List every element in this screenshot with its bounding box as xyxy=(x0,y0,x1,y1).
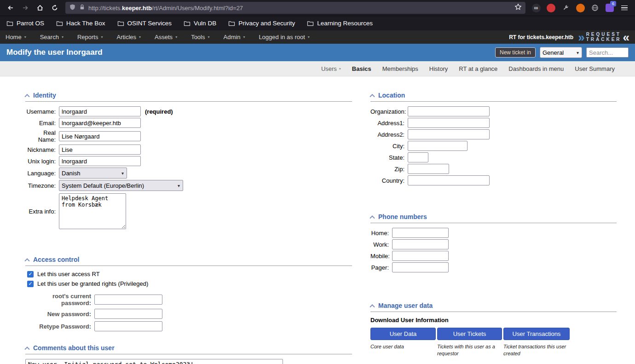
access-control-section-header[interactable]: Access control xyxy=(25,256,352,266)
tab-dashboards-in-menu[interactable]: Dashboards in menu xyxy=(508,65,564,72)
user-tickets-button[interactable]: User Tickets xyxy=(437,328,502,340)
bookmark-vuln-db[interactable]: Vuln DB xyxy=(184,20,216,27)
retype-password-input[interactable] xyxy=(94,321,162,331)
city-input[interactable] xyxy=(408,141,468,151)
page-title: Modify the user lnorgaard xyxy=(6,48,103,57)
menu-search[interactable]: Search▾ xyxy=(40,34,64,40)
nickname-input[interactable] xyxy=(59,144,141,155)
mobile-phone-input[interactable] xyxy=(392,251,449,261)
timezone-label: Timezone: xyxy=(25,182,59,189)
extensions-badge: 6 xyxy=(610,1,616,6)
email-label: Email: xyxy=(25,120,59,127)
bookmark-privacy-and-security[interactable]: Privacy and Security xyxy=(228,20,295,27)
extra-info-textarea[interactable]: Helpdesk Agent from Korsbæk xyxy=(59,193,126,229)
home-icon[interactable] xyxy=(33,1,47,14)
request-tracker-logo[interactable]: » REQUEST TRACKER « xyxy=(578,31,629,43)
bookmark-star-icon[interactable] xyxy=(514,3,522,12)
extensions-puzzle-icon[interactable]: 6 xyxy=(603,1,617,14)
state-input[interactable] xyxy=(408,152,428,162)
page-content: Identity Username: (required) Email: Rea… xyxy=(0,76,635,364)
reload-icon[interactable] xyxy=(48,1,62,14)
bookmark-learning-resources[interactable]: Learning Resources xyxy=(307,20,373,27)
url-bar[interactable]: http://tickets.keeper.htb/rt/Admin/Users… xyxy=(65,2,525,14)
orange-extension-icon[interactable] xyxy=(573,1,587,14)
lock-icon[interactable] xyxy=(79,4,86,12)
work-phone-input[interactable] xyxy=(392,239,449,249)
work-phone-label: Work: xyxy=(370,241,392,248)
pager-phone-label: Pager: xyxy=(370,264,392,271)
tab-basics[interactable]: Basics xyxy=(352,65,371,72)
queue-select[interactable]: General xyxy=(540,47,582,58)
address2-input[interactable] xyxy=(408,129,490,139)
menu-reports[interactable]: Reports▾ xyxy=(77,34,103,40)
new-ticket-button[interactable]: New ticket in xyxy=(495,47,536,58)
home-phone-input[interactable] xyxy=(392,228,449,238)
back-icon[interactable] xyxy=(4,1,17,14)
location-section-header[interactable]: Location xyxy=(370,92,617,102)
zip-label: Zip: xyxy=(370,166,408,173)
menu-hamburger-icon[interactable] xyxy=(618,1,631,14)
pager-phone-input[interactable] xyxy=(392,262,449,272)
privileged-checkbox[interactable] xyxy=(27,281,34,287)
bookmarks-bar: Parrot OS Hack The Box OSINT Services Vu… xyxy=(0,16,635,30)
timezone-select[interactable]: System Default (Europe/Berlin) xyxy=(59,180,183,191)
folder-icon xyxy=(184,20,190,26)
tab-memberships[interactable]: Memberships xyxy=(382,65,418,72)
current-password-input[interactable] xyxy=(94,295,162,305)
access-rt-checkbox[interactable] xyxy=(27,271,34,277)
bookmark-hack-the-box[interactable]: Hack The Box xyxy=(56,20,105,27)
menu-logged-in-as-root[interactable]: Logged in as root▾ xyxy=(259,34,309,40)
username-input[interactable] xyxy=(59,106,141,116)
menu-home[interactable]: Home▾ xyxy=(6,34,26,40)
language-select[interactable]: Danish xyxy=(59,168,127,179)
email-input[interactable] xyxy=(59,118,141,128)
username-label: Username: xyxy=(25,108,59,115)
country-input[interactable] xyxy=(408,175,490,185)
new-password-input[interactable] xyxy=(94,309,162,319)
infinity-extension-icon[interactable]: ∞ xyxy=(529,1,543,14)
collapse-chevron-icon xyxy=(369,215,375,220)
header-search-input[interactable] xyxy=(586,47,629,58)
menu-admin[interactable]: Admin▾ xyxy=(224,34,245,40)
phone-numbers-section-header[interactable]: Phone numbers xyxy=(370,213,617,223)
bookmark-osint-services[interactable]: OSINT Services xyxy=(117,20,172,27)
red-extension-icon[interactable] xyxy=(544,1,558,14)
unix-login-input[interactable] xyxy=(59,156,141,166)
url-text: http://tickets.keeper.htb/rt/Admin/Users… xyxy=(88,5,512,12)
chevron-down-icon: ▾ xyxy=(139,35,141,39)
mobile-phone-label: Mobile: xyxy=(370,253,392,260)
tab-user-summary[interactable]: User Summary xyxy=(575,65,615,72)
chevron-down-icon: ▾ xyxy=(62,35,64,39)
location-section: Location Organization: Address1: Address… xyxy=(370,92,617,185)
folder-icon xyxy=(117,20,124,26)
wrench-extension-icon[interactable] xyxy=(559,1,572,14)
menu-articles[interactable]: Articles▾ xyxy=(116,34,141,40)
user-data-button[interactable]: User Data xyxy=(370,328,436,340)
real-name-input[interactable] xyxy=(59,131,141,141)
chevron-down-icon: ▾ xyxy=(243,35,245,39)
menu-assets[interactable]: Assets▾ xyxy=(155,34,177,40)
forward-icon[interactable] xyxy=(18,1,32,14)
page-header: Modify the user lnorgaard New ticket in … xyxy=(0,44,635,61)
address1-label: Address1: xyxy=(370,120,408,127)
comments-section-header[interactable]: Comments about this user xyxy=(25,344,352,354)
organization-input[interactable] xyxy=(408,106,490,116)
menu-tools[interactable]: Tools▾ xyxy=(191,34,209,40)
user-transactions-button[interactable]: User Transactions xyxy=(503,328,570,340)
identity-section-header[interactable]: Identity xyxy=(25,92,352,102)
bookmark-parrot-os[interactable]: Parrot OS xyxy=(6,20,44,27)
address1-input[interactable] xyxy=(408,118,490,128)
chevron-down-icon: ▾ xyxy=(101,35,103,39)
comments-textarea[interactable]: New user. Initial password set to Welcom… xyxy=(25,359,283,364)
collapse-chevron-icon xyxy=(369,304,375,309)
tab-history[interactable]: History xyxy=(429,65,448,72)
globe-extension-icon[interactable] xyxy=(588,1,602,14)
zip-input[interactable] xyxy=(408,164,449,174)
tab-users[interactable]: Users▾ xyxy=(321,65,341,72)
manage-user-data-section-header[interactable]: Manage user data xyxy=(370,302,617,312)
page-tabbar: Users▾ Basics Memberships History RT at … xyxy=(0,61,635,76)
tab-rt-at-a-glance[interactable]: RT at a glance xyxy=(459,65,497,72)
shield-icon[interactable] xyxy=(69,4,76,12)
chevron-down-icon: ▾ xyxy=(208,35,210,39)
browser-window: http://tickets.keeper.htb/rt/Admin/Users… xyxy=(0,0,635,364)
